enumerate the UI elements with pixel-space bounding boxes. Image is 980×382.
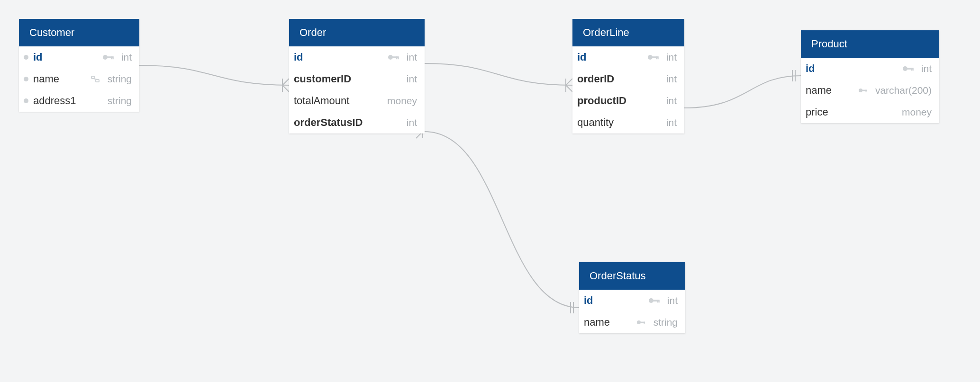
column-name: totalAmount	[294, 95, 380, 107]
column-name: orderStatusID	[294, 116, 399, 129]
dot-icon	[24, 98, 28, 103]
entity-header[interactable]: Order	[289, 19, 425, 46]
column-row[interactable]: name varchar(200)	[801, 80, 939, 101]
column-name: address1	[33, 95, 100, 107]
column-name: productID	[577, 95, 659, 107]
svg-rect-20	[865, 90, 866, 92]
column-type: int	[404, 52, 417, 63]
column-type: int	[663, 95, 677, 107]
svg-rect-23	[657, 300, 658, 302]
column-row[interactable]: id int	[289, 46, 425, 68]
primary-key-icon	[902, 65, 914, 72]
column-row[interactable]: id int	[572, 46, 684, 68]
column-row[interactable]: price money	[801, 101, 939, 123]
svg-rect-4	[91, 76, 95, 79]
svg-rect-12	[656, 56, 657, 59]
diagram-canvas[interactable]: Customer id int name string address1 str…	[0, 0, 980, 382]
column-row[interactable]: orderStatusID int	[289, 112, 425, 133]
entity-orderline[interactable]: OrderLine id int orderID int productID i…	[572, 19, 684, 133]
column-row[interactable]: productID int	[572, 90, 684, 112]
column-type: int	[663, 73, 677, 85]
dot-icon	[24, 77, 28, 81]
column-row[interactable]: id int	[579, 290, 685, 311]
svg-rect-8	[396, 56, 397, 59]
svg-rect-27	[644, 322, 644, 324]
column-row[interactable]: name string	[19, 68, 139, 90]
column-type: int	[664, 295, 678, 306]
entity-header[interactable]: OrderLine	[572, 19, 684, 46]
column-name: orderID	[577, 73, 659, 85]
column-name: id	[577, 51, 643, 63]
svg-rect-2	[111, 56, 112, 59]
column-row[interactable]: id int	[19, 46, 139, 68]
column-row[interactable]: customerID int	[289, 68, 425, 90]
svg-rect-17	[912, 68, 913, 71]
column-type: varchar(200)	[872, 85, 932, 96]
column-name: name	[33, 73, 86, 85]
svg-rect-5	[96, 80, 99, 82]
entity-header[interactable]: Product	[801, 30, 939, 58]
column-type: int	[404, 73, 417, 85]
column-row[interactable]: totalAmount money	[289, 90, 425, 112]
entity-header[interactable]: Customer	[19, 19, 139, 46]
primary-key-icon	[388, 54, 399, 61]
column-row[interactable]: address1 string	[19, 90, 139, 112]
column-type: string	[105, 95, 132, 107]
primary-key-icon	[102, 54, 114, 61]
entity-header[interactable]: OrderStatus	[579, 262, 685, 290]
column-type: int	[663, 52, 677, 63]
primary-key-icon	[647, 54, 659, 61]
column-name: name	[584, 316, 632, 329]
column-type: int	[404, 117, 417, 128]
column-type: int	[118, 52, 132, 63]
svg-rect-16	[911, 68, 912, 71]
column-type: string	[105, 73, 132, 85]
column-row[interactable]: orderID int	[572, 68, 684, 90]
key-icon	[636, 319, 646, 326]
entity-orderstatus[interactable]: OrderStatus id int name string	[579, 262, 685, 333]
svg-rect-24	[658, 300, 659, 302]
column-type: int	[918, 63, 932, 74]
column-name: id	[584, 294, 644, 307]
column-row[interactable]: name string	[579, 311, 685, 333]
entity-product[interactable]: Product id int name varchar(200) price m…	[801, 30, 939, 123]
svg-rect-13	[657, 56, 658, 59]
column-name: id	[806, 62, 898, 75]
link-icon	[91, 76, 100, 82]
entity-customer[interactable]: Customer id int name string address1 str…	[19, 19, 139, 112]
column-type: money	[899, 107, 932, 118]
column-name: quantity	[577, 116, 659, 129]
svg-rect-9	[398, 56, 399, 59]
key-icon	[858, 87, 868, 94]
column-name: name	[806, 84, 853, 97]
column-type: string	[651, 317, 678, 328]
svg-rect-3	[112, 56, 113, 59]
column-name: price	[806, 106, 894, 118]
column-type: money	[384, 95, 417, 107]
column-name: customerID	[294, 73, 399, 85]
column-name: id	[33, 51, 98, 63]
dot-icon	[24, 55, 28, 60]
column-name: id	[294, 51, 383, 63]
column-row[interactable]: id int	[801, 58, 939, 80]
column-type: int	[663, 117, 677, 128]
primary-key-icon	[648, 297, 660, 304]
entity-order[interactable]: Order id int customerID int totalAmount …	[289, 19, 425, 133]
column-row[interactable]: quantity int	[572, 112, 684, 133]
